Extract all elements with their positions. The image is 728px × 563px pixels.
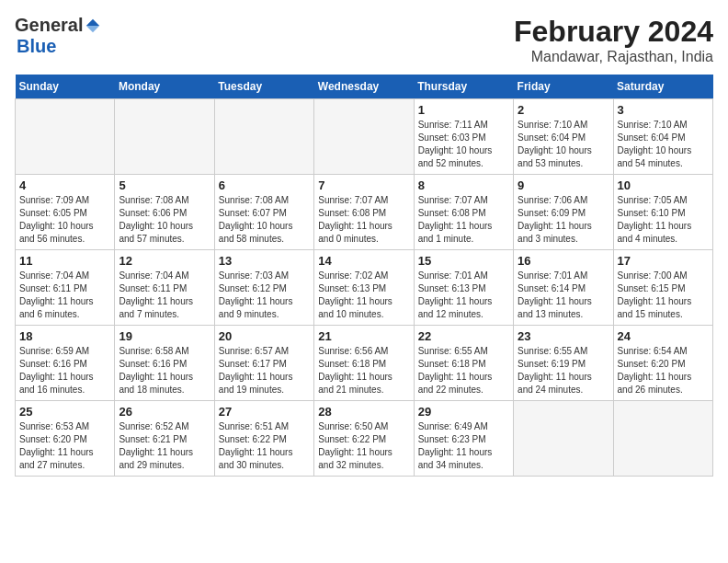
- day-info: Sunrise: 6:52 AM Sunset: 6:21 PM Dayligh…: [119, 420, 210, 472]
- day-number: 28: [318, 405, 409, 419]
- day-info: Sunrise: 6:59 AM Sunset: 6:16 PM Dayligh…: [19, 345, 110, 396]
- calendar-day: 5Sunrise: 7:08 AM Sunset: 6:06 PM Daylig…: [115, 175, 214, 250]
- calendar-day: [314, 99, 414, 175]
- calendar-day: 20Sunrise: 6:57 AM Sunset: 6:17 PM Dayli…: [214, 326, 313, 401]
- calendar-day: 18Sunrise: 6:59 AM Sunset: 6:16 PM Dayli…: [16, 326, 115, 401]
- day-info: Sunrise: 7:04 AM Sunset: 6:11 PM Dayligh…: [19, 270, 110, 321]
- calendar-day: 17Sunrise: 7:00 AM Sunset: 6:15 PM Dayli…: [613, 250, 712, 326]
- calendar-day: 28Sunrise: 6:50 AM Sunset: 6:22 PM Dayli…: [314, 401, 414, 477]
- day-info: Sunrise: 7:08 AM Sunset: 6:06 PM Dayligh…: [119, 194, 210, 246]
- day-number: 17: [618, 254, 709, 268]
- day-number: 4: [19, 178, 110, 192]
- day-header-wednesday: Wednesday: [314, 75, 414, 99]
- day-header-monday: Monday: [115, 75, 214, 99]
- day-number: 13: [219, 254, 310, 268]
- calendar-day: 19Sunrise: 6:58 AM Sunset: 6:16 PM Dayli…: [115, 326, 214, 401]
- day-number: 8: [418, 178, 509, 192]
- day-info: Sunrise: 7:09 AM Sunset: 6:05 PM Dayligh…: [19, 194, 110, 246]
- day-info: Sunrise: 6:55 AM Sunset: 6:18 PM Dayligh…: [418, 345, 509, 396]
- logo-blue-text: Blue: [17, 36, 56, 57]
- page-header: General Blue February 2024 Mandawar, Raj…: [15, 15, 713, 65]
- day-number: 3: [618, 103, 709, 117]
- day-info: Sunrise: 6:51 AM Sunset: 6:22 PM Dayligh…: [219, 420, 310, 472]
- day-number: 23: [518, 329, 609, 343]
- day-number: 18: [19, 329, 110, 343]
- day-info: Sunrise: 6:56 AM Sunset: 6:18 PM Dayligh…: [318, 345, 409, 396]
- title-area: February 2024 Mandawar, Rajasthan, India: [514, 15, 713, 65]
- day-number: 24: [618, 329, 709, 343]
- logo: General Blue: [15, 15, 101, 57]
- day-info: Sunrise: 6:58 AM Sunset: 6:16 PM Dayligh…: [119, 345, 210, 396]
- day-info: Sunrise: 6:54 AM Sunset: 6:20 PM Dayligh…: [618, 345, 709, 396]
- month-title: February 2024: [514, 15, 713, 49]
- calendar-day: 9Sunrise: 7:06 AM Sunset: 6:09 PM Daylig…: [514, 175, 613, 250]
- calendar-day: 6Sunrise: 7:08 AM Sunset: 6:07 PM Daylig…: [214, 175, 313, 250]
- day-info: Sunrise: 7:07 AM Sunset: 6:08 PM Dayligh…: [418, 194, 509, 246]
- calendar-header-row: SundayMondayTuesdayWednesdayThursdayFrid…: [16, 75, 713, 99]
- calendar-day: 21Sunrise: 6:56 AM Sunset: 6:18 PM Dayli…: [314, 326, 414, 401]
- calendar-day: [115, 99, 214, 175]
- calendar-day: 26Sunrise: 6:52 AM Sunset: 6:21 PM Dayli…: [115, 401, 214, 477]
- calendar-day: 7Sunrise: 7:07 AM Sunset: 6:08 PM Daylig…: [314, 175, 414, 250]
- day-info: Sunrise: 6:50 AM Sunset: 6:22 PM Dayligh…: [318, 420, 409, 472]
- calendar-day: 13Sunrise: 7:03 AM Sunset: 6:12 PM Dayli…: [214, 250, 313, 326]
- calendar-day: [214, 99, 313, 175]
- calendar-day: 29Sunrise: 6:49 AM Sunset: 6:23 PM Dayli…: [414, 401, 513, 477]
- day-number: 1: [418, 103, 509, 117]
- calendar-week-1: 1Sunrise: 7:11 AM Sunset: 6:03 PM Daylig…: [16, 99, 713, 175]
- calendar-day: 16Sunrise: 7:01 AM Sunset: 6:14 PM Dayli…: [514, 250, 613, 326]
- day-number: 16: [518, 254, 609, 268]
- day-info: Sunrise: 7:01 AM Sunset: 6:14 PM Dayligh…: [518, 270, 609, 321]
- day-number: 22: [418, 329, 509, 343]
- calendar-body: 1Sunrise: 7:11 AM Sunset: 6:03 PM Daylig…: [16, 99, 713, 477]
- day-info: Sunrise: 7:10 AM Sunset: 6:04 PM Dayligh…: [518, 119, 609, 170]
- day-header-thursday: Thursday: [414, 75, 513, 99]
- day-number: 10: [618, 178, 709, 192]
- calendar-week-4: 18Sunrise: 6:59 AM Sunset: 6:16 PM Dayli…: [16, 326, 713, 401]
- day-header-saturday: Saturday: [613, 75, 712, 99]
- day-number: 11: [19, 254, 110, 268]
- logo-icon: [85, 17, 101, 34]
- day-header-sunday: Sunday: [16, 75, 115, 99]
- calendar-day: [16, 99, 115, 175]
- day-number: 20: [219, 329, 310, 343]
- day-number: 29: [418, 405, 509, 419]
- day-info: Sunrise: 7:08 AM Sunset: 6:07 PM Dayligh…: [219, 194, 310, 246]
- day-number: 12: [119, 254, 210, 268]
- svg-marker-0: [86, 18, 99, 25]
- calendar-day: 8Sunrise: 7:07 AM Sunset: 6:08 PM Daylig…: [414, 175, 513, 250]
- calendar-day: 4Sunrise: 7:09 AM Sunset: 6:05 PM Daylig…: [16, 175, 115, 250]
- calendar-day: 22Sunrise: 6:55 AM Sunset: 6:18 PM Dayli…: [414, 326, 513, 401]
- day-number: 21: [318, 329, 409, 343]
- day-number: 7: [318, 178, 409, 192]
- calendar-day: [514, 401, 613, 477]
- calendar-day: [613, 401, 712, 477]
- calendar-day: 2Sunrise: 7:10 AM Sunset: 6:04 PM Daylig…: [514, 99, 613, 175]
- day-info: Sunrise: 7:10 AM Sunset: 6:04 PM Dayligh…: [618, 119, 709, 170]
- day-number: 15: [418, 254, 509, 268]
- day-info: Sunrise: 7:04 AM Sunset: 6:11 PM Dayligh…: [119, 270, 210, 321]
- calendar-day: 10Sunrise: 7:05 AM Sunset: 6:10 PM Dayli…: [613, 175, 712, 250]
- day-number: 26: [119, 405, 210, 419]
- calendar-day: 25Sunrise: 6:53 AM Sunset: 6:20 PM Dayli…: [16, 401, 115, 477]
- calendar-table: SundayMondayTuesdayWednesdayThursdayFrid…: [15, 75, 713, 477]
- day-info: Sunrise: 7:11 AM Sunset: 6:03 PM Dayligh…: [418, 119, 509, 170]
- calendar-day: 23Sunrise: 6:55 AM Sunset: 6:19 PM Dayli…: [514, 326, 613, 401]
- svg-marker-1: [86, 26, 99, 32]
- day-info: Sunrise: 7:03 AM Sunset: 6:12 PM Dayligh…: [219, 270, 310, 321]
- calendar-week-2: 4Sunrise: 7:09 AM Sunset: 6:05 PM Daylig…: [16, 175, 713, 250]
- day-header-friday: Friday: [514, 75, 613, 99]
- calendar-day: 11Sunrise: 7:04 AM Sunset: 6:11 PM Dayli…: [16, 250, 115, 326]
- day-info: Sunrise: 6:53 AM Sunset: 6:20 PM Dayligh…: [19, 420, 110, 472]
- day-info: Sunrise: 7:00 AM Sunset: 6:15 PM Dayligh…: [618, 270, 709, 321]
- calendar-day: 15Sunrise: 7:01 AM Sunset: 6:13 PM Dayli…: [414, 250, 513, 326]
- day-number: 19: [119, 329, 210, 343]
- day-number: 27: [219, 405, 310, 419]
- calendar-day: 3Sunrise: 7:10 AM Sunset: 6:04 PM Daylig…: [613, 99, 712, 175]
- day-number: 14: [318, 254, 409, 268]
- logo-general-text: General: [15, 15, 83, 36]
- day-number: 9: [518, 178, 609, 192]
- location-subtitle: Mandawar, Rajasthan, India: [514, 49, 713, 65]
- calendar-day: 12Sunrise: 7:04 AM Sunset: 6:11 PM Dayli…: [115, 250, 214, 326]
- calendar-day: 24Sunrise: 6:54 AM Sunset: 6:20 PM Dayli…: [613, 326, 712, 401]
